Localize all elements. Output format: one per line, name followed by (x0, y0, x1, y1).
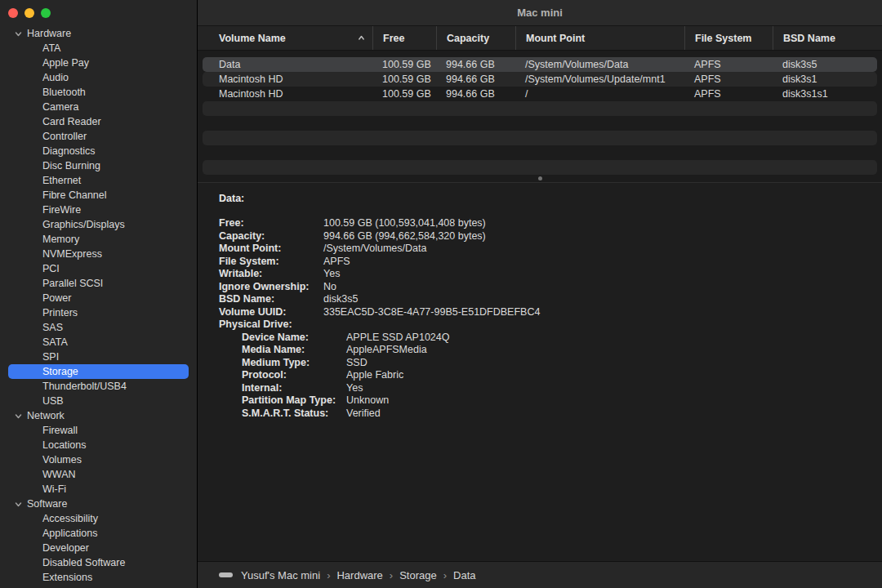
sidebar-item-controller[interactable]: Controller (8, 129, 189, 144)
sidebar-section-label: Network (27, 410, 65, 421)
detail-field-value: Verified (346, 408, 381, 421)
breadcrumb: Yusuf's Mac mini›Hardware›Storage›Data (241, 569, 476, 581)
sidebar-item-card-reader[interactable]: Card Reader (8, 114, 189, 129)
sidebar: HardwareATAApple PayAudioBluetoothCamera… (0, 0, 198, 588)
sidebar-item-diagnostics[interactable]: Diagnostics (8, 144, 189, 158)
zoom-button[interactable] (41, 8, 51, 18)
volume-cell: 994.66 GB (436, 72, 515, 87)
pane-splitter[interactable] (198, 175, 882, 183)
sidebar-item-sata[interactable]: SATA (8, 335, 189, 350)
sidebar-item-printers[interactable]: Printers (8, 305, 189, 320)
column-header-label: Volume Name (219, 33, 286, 44)
sidebar-item-firewire[interactable]: FireWire (8, 203, 189, 217)
detail-field-value: APFS (323, 256, 350, 269)
detail-field-free: Free:100.59 GB (100,593,041,408 bytes) (219, 217, 882, 230)
sidebar-item-locations[interactable]: Locations (8, 438, 189, 452)
sidebar-item-memory[interactable]: Memory (8, 232, 189, 247)
detail-field-value: Unknown (346, 394, 389, 408)
close-button[interactable] (8, 8, 18, 18)
column-header-free[interactable]: Free (372, 26, 436, 50)
breadcrumb-item-storage[interactable]: Storage (399, 569, 437, 581)
sidebar-item-pci[interactable]: PCI (8, 261, 189, 276)
sidebar-tree: HardwareATAApple PayAudioBluetoothCamera… (0, 22, 197, 588)
detail-field-bsd-name: BSD Name:disk3s5 (219, 293, 882, 306)
breadcrumb-item-hardware[interactable]: Hardware (336, 569, 382, 581)
volume-cell: 994.66 GB (436, 57, 515, 72)
volume-row-disk3s1[interactable]: Macintosh HD100.59 GB994.66 GB/System/Vo… (203, 72, 877, 87)
detail-field-media-name: Media Name:AppleAPFSMedia (219, 344, 882, 357)
volume-row-empty (203, 160, 877, 175)
detail-field-label: Writable: (219, 268, 323, 281)
sidebar-item-graphics-displays[interactable]: Graphics/Displays (8, 217, 189, 232)
sidebar-item-disabled-software[interactable]: Disabled Software (8, 555, 189, 570)
sidebar-item-developer[interactable]: Developer (8, 541, 189, 555)
column-header-label: BSD Name (783, 33, 835, 44)
sidebar-item-storage[interactable]: Storage (8, 364, 189, 379)
sidebar-item-wi-fi[interactable]: Wi-Fi (8, 482, 189, 497)
detail-field-label: Protocol: (242, 369, 346, 382)
volume-row-disk3s1s1[interactable]: Macintosh HD100.59 GB994.66 GB/APFSdisk3… (203, 87, 877, 101)
detail-field-label: Capacity: (219, 230, 323, 243)
chevron-down-icon (14, 412, 23, 421)
sidebar-item-nvmexpress[interactable]: NVMExpress (8, 247, 189, 261)
sidebar-item-audio[interactable]: Audio (8, 70, 189, 85)
detail-field-value: 335EAC5D-3C8E-4A77-99B5-E51DFDBEFBC4 (323, 306, 540, 319)
minimize-button[interactable] (24, 8, 34, 18)
sidebar-item-disc-burning[interactable]: Disc Burning (8, 158, 189, 173)
sidebar-item-ethernet[interactable]: Ethernet (8, 173, 189, 188)
sidebar-item-bluetooth[interactable]: Bluetooth (8, 85, 189, 100)
sidebar-item-ata[interactable]: ATA (8, 41, 189, 56)
column-header-file-system[interactable]: File System (684, 26, 773, 50)
mac-mini-icon (219, 572, 233, 577)
sidebar-item-applications[interactable]: Applications (8, 526, 189, 541)
sidebar-item-volumes[interactable]: Volumes (8, 452, 189, 467)
detail-field-label: Physical Drive: (219, 318, 323, 332)
detail-field-medium-type: Medium Type:SSD (219, 357, 882, 370)
detail-field-value: 994.66 GB (994,662,584,320 bytes) (323, 230, 486, 243)
volume-row-empty (203, 145, 877, 160)
column-header-volume-name[interactable]: Volume Name (198, 26, 372, 50)
detail-field-protocol: Protocol:Apple Fabric (219, 369, 882, 382)
breadcrumb-item-yusuf-s-mac-mini[interactable]: Yusuf's Mac mini (241, 569, 320, 581)
system-information-window: HardwareATAApple PayAudioBluetoothCamera… (0, 0, 882, 588)
sidebar-item-fibre-channel[interactable]: Fibre Channel (8, 188, 189, 203)
sidebar-item-firewall[interactable]: Firewall (8, 423, 189, 438)
sidebar-item-parallel-scsi[interactable]: Parallel SCSI (8, 276, 189, 291)
sidebar-item-wwan[interactable]: WWAN (8, 467, 189, 482)
detail-field-value: Yes (346, 382, 363, 395)
volume-cell: 100.59 GB (372, 72, 436, 87)
breadcrumb-item-data[interactable]: Data (453, 569, 475, 581)
breadcrumb-separator: › (443, 569, 447, 581)
column-header-capacity[interactable]: Capacity (436, 26, 515, 50)
detail-field-physical-drive: Physical Drive: (219, 318, 882, 332)
detail-field-label: Mount Point: (219, 243, 323, 256)
chevron-down-icon (14, 29, 23, 38)
sidebar-item-extensions[interactable]: Extensions (8, 570, 189, 585)
detail-field-value: Apple Fabric (346, 369, 403, 382)
detail-field-label: S.M.A.R.T. Status: (242, 408, 346, 421)
sidebar-section-hardware[interactable]: Hardware (0, 26, 197, 41)
sidebar-section-network[interactable]: Network (0, 408, 197, 423)
sidebar-item-spi[interactable]: SPI (8, 350, 189, 364)
detail-field-s-m-a-r-t-status: S.M.A.R.T. Status:Verified (219, 408, 882, 421)
detail-field-value: AppleAPFSMedia (346, 344, 427, 357)
volumes-table: Data100.59 GB994.66 GB/System/Volumes/Da… (198, 51, 882, 175)
sidebar-item-sas[interactable]: SAS (8, 320, 189, 335)
sidebar-item-accessibility[interactable]: Accessibility (8, 511, 189, 526)
volume-cell: Macintosh HD (203, 72, 372, 87)
sidebar-item-usb[interactable]: USB (8, 394, 189, 408)
breadcrumb-bar: Yusuf's Mac mini›Hardware›Storage›Data (198, 561, 882, 588)
titlebar: Mac mini (198, 0, 882, 26)
column-header-bsd-name[interactable]: BSD Name (773, 26, 882, 50)
sidebar-item-apple-pay[interactable]: Apple Pay (8, 56, 189, 70)
detail-field-capacity: Capacity:994.66 GB (994,662,584,320 byte… (219, 230, 882, 243)
volume-cell: / (515, 87, 684, 101)
sidebar-item-thunderbolt-usb4[interactable]: Thunderbolt/USB4 (8, 379, 189, 394)
detail-field-label: Media Name: (242, 344, 346, 357)
volume-row-empty (203, 131, 877, 145)
sidebar-item-camera[interactable]: Camera (8, 100, 189, 114)
column-header-mount-point[interactable]: Mount Point (515, 26, 684, 50)
volume-row-disk3s5[interactable]: Data100.59 GB994.66 GB/System/Volumes/Da… (203, 57, 877, 72)
sidebar-section-software[interactable]: Software (0, 497, 197, 511)
sidebar-item-power[interactable]: Power (8, 291, 189, 305)
